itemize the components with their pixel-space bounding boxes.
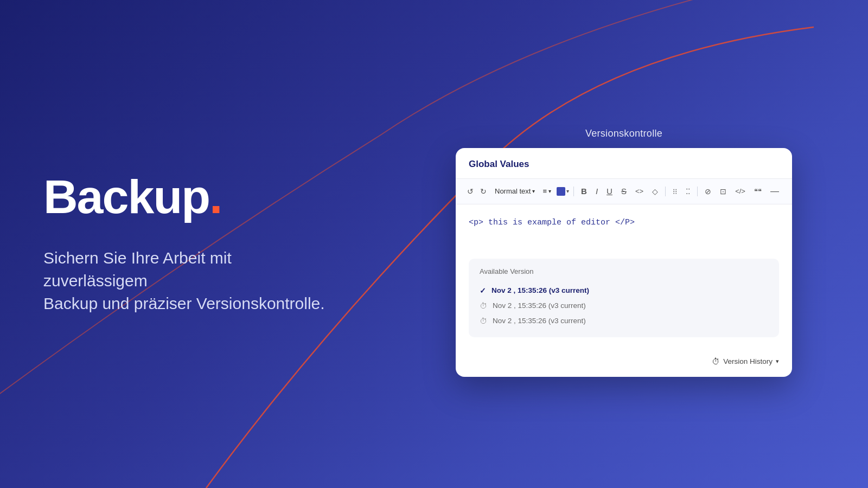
version-item-2[interactable]: ⏱ Nov 2 , 15:35:26 (v3 current): [480, 298, 768, 313]
strikethrough-button[interactable]: S: [618, 185, 629, 197]
undo-button[interactable]: ↺: [464, 186, 476, 197]
quote-button[interactable]: ❝❝: [751, 186, 764, 196]
highlight-button[interactable]: ◇: [649, 186, 661, 197]
available-version-label: Available Version: [480, 267, 768, 275]
color-box: [557, 187, 565, 196]
version-history-label: Version History: [723, 357, 773, 365]
version-text-2: Nov 2 , 15:35:26 (v3 current): [493, 301, 586, 310]
separator-2: [665, 187, 666, 196]
underline-button[interactable]: U: [604, 185, 615, 197]
separator-3: [697, 187, 698, 196]
undo-redo-group: ↺ ↻: [464, 186, 489, 197]
separator-1: [573, 187, 574, 196]
align-dropdown[interactable]: ≡ ▾: [540, 185, 553, 197]
bold-button[interactable]: B: [578, 185, 590, 197]
section-label: Versionskontrolle: [456, 128, 792, 139]
right-section: Versionskontrolle Global Values ↺ ↻ Norm…: [380, 0, 868, 488]
tagline: Sichern Sie Ihre Arbeit mit zuverlässige…: [43, 247, 336, 315]
card-header: Global Values: [456, 148, 792, 179]
version-footer: ⏱ Version History ▾: [456, 350, 792, 377]
version-item-active[interactable]: ✓ Nov 2 , 15:35:26 (v3 current): [480, 283, 768, 298]
version-item-3[interactable]: ⏱ Nov 2 , 15:35:26 (v3 current): [480, 313, 768, 329]
left-section: Backup. Sichern Sie Ihre Arbeit mit zuve…: [0, 0, 369, 488]
text-style-dropdown[interactable]: Normal text ▾: [493, 185, 537, 197]
version-text-3: Nov 2 , 15:35:26 (v3 current): [493, 317, 586, 325]
image-button[interactable]: ⊡: [717, 186, 729, 197]
italic-button[interactable]: I: [593, 185, 601, 197]
bullet-list-button[interactable]: ⁝⁝: [670, 186, 680, 197]
editor-code-text: <p> this is example of editor </P>: [469, 218, 635, 227]
chevron-down-icon: ▾: [776, 358, 779, 365]
check-icon: ✓: [480, 286, 486, 295]
editor-card: Global Values ↺ ↻ Normal text ▾ ≡ ▾: [456, 148, 792, 377]
numbered-list-button[interactable]: ⁚⁚: [683, 186, 693, 197]
editor-toolbar: ↺ ↻ Normal text ▾ ≡ ▾ ▾ B I: [456, 179, 792, 204]
clock-icon-1: ⏱: [480, 301, 487, 310]
inline-code-button[interactable]: <>: [633, 186, 646, 196]
redo-button[interactable]: ↻: [477, 186, 489, 197]
version-history-button[interactable]: ⏱ Version History ▾: [712, 357, 779, 366]
divider-button[interactable]: —: [768, 185, 782, 197]
code-block-button[interactable]: </>: [732, 186, 748, 196]
logo-text: Backup.: [43, 173, 369, 221]
clock-icon-footer: ⏱: [712, 357, 720, 366]
card-title: Global Values: [469, 159, 529, 169]
version-text-1: Nov 2 , 15:35:26 (v3 current): [492, 286, 589, 294]
link-button[interactable]: ⊘: [702, 186, 714, 197]
editor-wrapper: Versionskontrolle Global Values ↺ ↻ Norm…: [456, 128, 792, 377]
version-panel: Available Version ✓ Nov 2 , 15:35:26 (v3…: [469, 259, 779, 337]
color-picker-group: ▾: [557, 187, 569, 196]
editor-content[interactable]: <p> this is example of editor </P>: [456, 204, 792, 259]
clock-icon-2: ⏱: [480, 317, 487, 325]
